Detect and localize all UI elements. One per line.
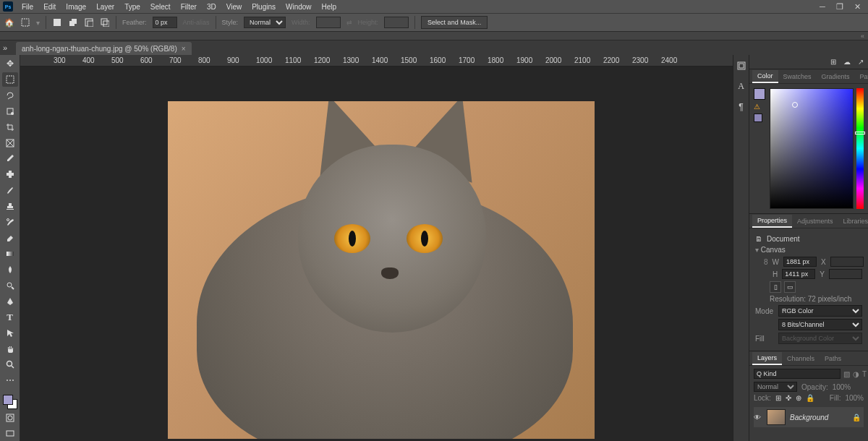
tab-channels[interactable]: Channels	[782, 353, 820, 364]
tab-paths[interactable]: Paths	[820, 353, 846, 364]
eraser-tool[interactable]	[2, 231, 18, 245]
menu-window[interactable]: Window	[281, 1, 316, 12]
lock-all-icon[interactable]: 🔒	[806, 394, 814, 402]
marquee-tool-icon[interactable]	[20, 17, 30, 27]
canvas-section[interactable]: Canvas	[755, 246, 862, 254]
window-restore-icon[interactable]: ❐	[832, 2, 848, 12]
edit-toolbar-icon[interactable]: ⋯	[2, 373, 18, 388]
tab-libraries[interactable]: Libraries	[838, 215, 868, 227]
layer-row[interactable]: 👁 Background 🔒	[754, 407, 864, 427]
frame-tool[interactable]	[2, 136, 18, 150]
path-select-tool[interactable]	[2, 326, 18, 341]
menu-type[interactable]: Type	[120, 1, 145, 12]
layer-fill-value[interactable]: 100%	[845, 394, 864, 402]
history-brush-tool[interactable]	[2, 215, 18, 229]
selection-new-icon[interactable]	[52, 17, 62, 27]
history-panel-icon[interactable]	[736, 61, 746, 71]
stamp-tool[interactable]	[2, 199, 18, 213]
websafe-chip[interactable]	[754, 114, 762, 122]
layer-name[interactable]: Background	[790, 414, 828, 421]
tab-gradients[interactable]: Gradients	[817, 71, 855, 82]
orient-landscape-icon[interactable]: ▭	[784, 281, 796, 293]
menu-file[interactable]: File	[17, 1, 38, 12]
menu-filter[interactable]: Filter	[176, 1, 201, 12]
layer-filter-input[interactable]	[754, 369, 841, 379]
filter-pixel-icon[interactable]: ▧	[843, 370, 850, 378]
tab-properties[interactable]: Properties	[752, 215, 792, 228]
panel-menu-icon[interactable]: «	[861, 33, 865, 40]
menu-image[interactable]: Image	[61, 1, 90, 12]
canvas-width-input[interactable]	[783, 257, 817, 267]
search-icon[interactable]: ⊞	[830, 58, 836, 66]
properties-panel-tabs: Properties Adjustments Libraries	[749, 214, 868, 228]
menu-view[interactable]: View	[222, 1, 247, 12]
selection-subtract-icon[interactable]	[84, 17, 94, 27]
lock-position-icon[interactable]: ✜	[786, 394, 791, 402]
eyedropper-tool[interactable]	[2, 152, 18, 166]
opacity-value[interactable]: 100%	[833, 383, 851, 391]
document-tab[interactable]: anh-long-ngan-thuan-chung.jpg @ 50% (RGB…	[16, 42, 192, 55]
style-select[interactable]: Normal	[244, 17, 286, 28]
marquee-tool[interactable]	[2, 72, 18, 87]
menu-edit[interactable]: Edit	[39, 1, 60, 12]
close-tab-icon[interactable]: ×	[182, 45, 186, 53]
hand-tool[interactable]	[2, 342, 18, 356]
window-minimize-icon[interactable]: ─	[814, 2, 830, 11]
screenmode-icon[interactable]	[2, 427, 18, 441]
selection-intersect-icon[interactable]	[100, 17, 110, 27]
orient-portrait-icon[interactable]: ▯	[770, 281, 781, 293]
share-icon[interactable]: ↗	[858, 58, 864, 66]
lasso-tool[interactable]	[2, 88, 18, 103]
blend-mode-select[interactable]: Normal	[754, 382, 797, 392]
tab-swatches[interactable]: Swatches	[778, 71, 817, 82]
fill-select[interactable]: Background Color	[778, 333, 862, 344]
quickmask-icon[interactable]	[2, 411, 18, 425]
foreground-chip[interactable]	[754, 88, 765, 100]
character-panel-icon[interactable]: A	[738, 81, 744, 92]
home-icon[interactable]: 🏠	[4, 17, 14, 27]
tab-patterns[interactable]: Patterns	[855, 71, 868, 82]
menu-plugins[interactable]: Plugins	[247, 1, 280, 12]
type-tool[interactable]: T	[2, 310, 18, 325]
zoom-tool[interactable]	[2, 358, 18, 372]
cloud-icon[interactable]: ☁	[843, 58, 851, 66]
window-close-icon[interactable]: ✕	[849, 2, 865, 12]
canvas[interactable]	[20, 67, 733, 441]
tab-layers[interactable]: Layers	[752, 352, 782, 365]
visibility-icon[interactable]: 👁	[754, 414, 762, 421]
layer-thumbnail[interactable]	[767, 409, 786, 425]
color-swatches[interactable]	[3, 395, 17, 409]
hue-slider[interactable]	[856, 88, 864, 209]
crop-tool[interactable]	[2, 120, 18, 134]
ruler-horizontal: 3004005006007008009001000110012001300140…	[20, 55, 733, 67]
color-field[interactable]	[770, 88, 854, 209]
gradient-tool[interactable]	[2, 247, 18, 261]
fill-label: Fill	[755, 335, 774, 343]
dodge-tool[interactable]	[2, 278, 18, 293]
tab-adjustments[interactable]: Adjustments	[792, 215, 838, 227]
selection-tool[interactable]	[2, 104, 18, 119]
menu-help[interactable]: Help	[318, 1, 341, 12]
healing-tool[interactable]	[2, 167, 18, 181]
tab-color[interactable]: Color	[752, 70, 778, 83]
tab-expand-icon[interactable]: »	[3, 43, 13, 53]
paragraph-panel-icon[interactable]: ¶	[739, 102, 743, 112]
filter-type-icon[interactable]: T	[862, 370, 867, 378]
select-and-mask-button[interactable]: Select and Mask...	[421, 16, 488, 29]
move-tool[interactable]: ✥	[2, 56, 18, 71]
canvas-height-input[interactable]	[782, 269, 815, 279]
bit-depth-select[interactable]: 8 Bits/Channel	[778, 319, 862, 330]
selection-add-icon[interactable]	[68, 17, 78, 27]
color-mode-select[interactable]: RGB Color	[778, 305, 862, 317]
feather-input[interactable]	[153, 17, 177, 28]
menu-3d[interactable]: 3D	[203, 1, 221, 12]
link-dims-icon[interactable]: 8	[764, 258, 768, 266]
menu-select[interactable]: Select	[146, 1, 175, 12]
menu-layer[interactable]: Layer	[92, 1, 119, 12]
pen-tool[interactable]	[2, 294, 18, 309]
lock-pixels-icon[interactable]: ⊞	[775, 394, 781, 402]
blur-tool[interactable]	[2, 262, 18, 277]
filter-adjust-icon[interactable]: ◑	[853, 370, 859, 378]
lock-artboard-icon[interactable]: ⊕	[796, 394, 801, 402]
brush-tool[interactable]	[2, 183, 18, 197]
